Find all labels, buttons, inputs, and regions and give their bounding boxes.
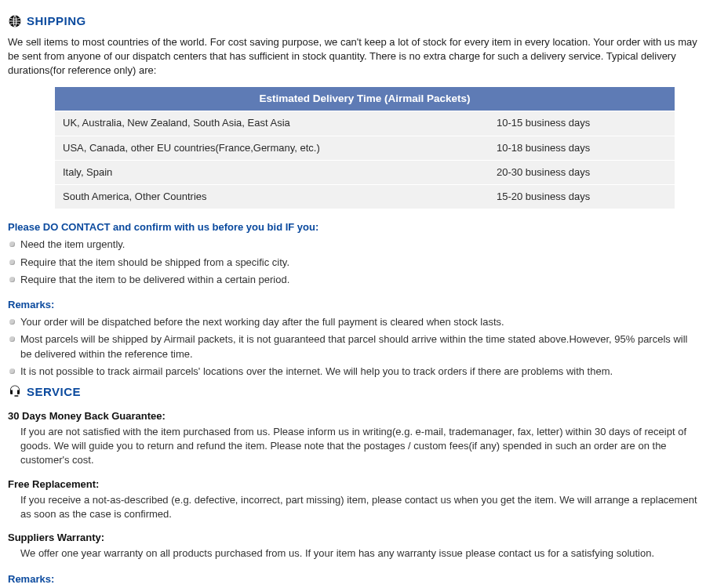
replacement-text: If you receive a not-as-described (e.g. … — [20, 493, 698, 521]
list-item: Most parcels will be shipped by Airmail … — [8, 332, 698, 361]
list-item: Require that the item should be shipped … — [8, 256, 698, 270]
region-cell: USA, Canada, other EU countries(France,G… — [55, 136, 489, 160]
svg-rect-2 — [17, 391, 20, 395]
region-cell: UK, Australia, New Zealand, South Asia, … — [55, 111, 489, 135]
service-remarks-heading: Remarks: — [8, 572, 698, 586]
list-item: Require that the item to be delivered wi… — [8, 273, 698, 287]
warranty-heading: Suppliers Warranty: — [8, 531, 698, 545]
svg-rect-1 — [10, 391, 13, 395]
list-item: Need the item urgently. — [8, 238, 698, 252]
time-cell: 20-30 business days — [489, 161, 675, 184]
list-item: Your order will be dispatched before the… — [8, 315, 698, 329]
time-cell: 10-18 business days — [489, 136, 675, 160]
warranty-text: We offer one year warranty on all produc… — [20, 546, 698, 561]
headset-icon — [8, 384, 22, 398]
replacement-heading: Free Replacement: — [8, 477, 698, 492]
region-cell: Italy, Spain — [55, 161, 489, 184]
list-item: It is not possible to track airmail parc… — [8, 365, 698, 379]
table-row: USA, Canada, other EU countries(France,G… — [55, 136, 675, 160]
region-cell: South America, Other Countries — [55, 185, 489, 209]
delivery-table-header: Estimated Delivery Time (Airmail Packets… — [55, 87, 675, 111]
shipping-title: SHIPPING — [27, 13, 86, 29]
contact-list: Need the item urgently. Require that the… — [8, 238, 698, 287]
service-header: SERVICE — [8, 383, 698, 400]
service-title: SERVICE — [27, 383, 81, 400]
time-cell: 10-15 business days — [489, 111, 675, 135]
table-row: Italy, Spain 20-30 business days — [55, 161, 675, 184]
delivery-table: Estimated Delivery Time (Airmail Packets… — [55, 86, 675, 210]
guarantee-text: If you are not satisfied with the item p… — [20, 425, 698, 468]
table-row: UK, Australia, New Zealand, South Asia, … — [55, 111, 675, 135]
contact-heading: Please DO CONTACT and confirm with us be… — [8, 220, 698, 234]
globe-icon — [8, 14, 22, 28]
table-row: South America, Other Countries 15-20 bus… — [55, 185, 675, 209]
shipping-remarks-heading: Remarks: — [8, 298, 698, 312]
shipping-remarks-list: Your order will be dispatched before the… — [8, 315, 698, 379]
delivery-table-wrap: Estimated Delivery Time (Airmail Packets… — [55, 86, 675, 210]
time-cell: 15-20 business days — [489, 185, 675, 209]
shipping-header: SHIPPING — [8, 13, 698, 29]
shipping-intro: We sell items to most countries of the w… — [8, 35, 698, 78]
guarantee-heading: 30 Days Money Back Guarantee: — [8, 409, 698, 423]
